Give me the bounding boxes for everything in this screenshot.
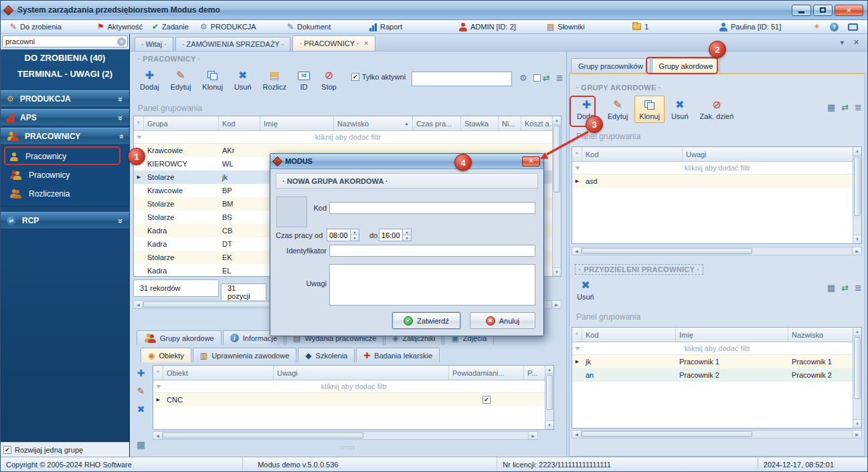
table-row[interactable]: ▶ asd [572, 174, 853, 188]
tab-zamowienia-sprzedazy[interactable]: · ZAMÓWIENIA SPRZEDAŻY · [175, 37, 291, 51]
menu-item-dokument[interactable]: ✎Dokument [287, 23, 369, 31]
table-row[interactable]: ▶ jk Pracownik 1 Pracownik 1 [572, 355, 853, 368]
scroll-up-icon[interactable]: ▲ [853, 147, 861, 156]
scroll-thumb[interactable] [854, 337, 861, 399]
clear-search-icon[interactable]: ✕ [117, 37, 126, 46]
table-row[interactable]: an Pracownik 2 Pracownik 2 [572, 368, 853, 382]
menu-item-aktywnosc[interactable]: ⚑Aktywność [97, 23, 152, 31]
column-header-kod[interactable]: Kod [219, 116, 260, 130]
notes-textarea[interactable] [329, 264, 535, 306]
scroll-thumb[interactable] [582, 248, 752, 254]
sidebar-item-pracownicy-2[interactable]: Pracownicy [1, 166, 129, 184]
tab-grupy-akordowe[interactable]: Grupy akordowe [137, 330, 222, 345]
settle-button[interactable]: ▤Rozlicz [258, 66, 291, 94]
scroll-right-icon[interactable]: ▶ [852, 247, 861, 255]
clone-group-button[interactable]: Klonuj [634, 96, 665, 123]
sidebar-group-pracownicy[interactable]: PRACOWNICY» [1, 128, 129, 145]
tab-badania-lekarskie[interactable]: ✚Badania lekarskie [356, 348, 440, 362]
vertical-scrollbar[interactable]: ▲ ▼ [853, 328, 861, 428]
menu-item-produkcja[interactable]: ⚙PRODUKCJA [200, 23, 287, 31]
horizontal-scrollbar[interactable]: ◀ ▶ [153, 431, 538, 440]
column-header-uwagi[interactable]: Uwagi [683, 147, 853, 161]
delete-object-icon[interactable]: ✖ [137, 404, 145, 415]
vertical-scrollbar[interactable]: ▲ ▼ [545, 366, 553, 429]
grid-icon[interactable]: ▦ [827, 283, 835, 293]
remove-assigned-button[interactable]: ✖Usuń [572, 276, 599, 304]
scroll-left-icon[interactable]: ◀ [153, 432, 163, 439]
scroll-right-icon[interactable]: ▶ [551, 301, 561, 308]
filter-row[interactable]: kliknij aby dodać filtr [153, 380, 545, 393]
layout-icon[interactable] [533, 74, 541, 82]
employees-search-input[interactable] [412, 72, 512, 86]
column-header-p[interactable]: P... [524, 366, 545, 380]
sidebar-group-rcp[interactable]: ⇄ RCP» [1, 212, 129, 229]
notification-checkbox[interactable]: ✔ [483, 396, 491, 404]
scroll-left-icon[interactable]: ◀ [134, 301, 143, 308]
refresh-icon[interactable]: ⇄ [841, 283, 849, 293]
scroll-left-icon[interactable]: ◀ [572, 431, 582, 438]
list-options-icon[interactable]: ≣ [855, 283, 862, 293]
delete-group-button[interactable]: ✖Usuń [667, 96, 693, 123]
add-button[interactable]: ✚Dodaj [135, 66, 164, 94]
confirm-button[interactable]: ✔Zatwierdź [392, 312, 460, 329]
tab-pracownicy[interactable]: · PRACOWNICY ·✕ [292, 35, 375, 51]
close-button[interactable]: ✕ [835, 5, 863, 16]
scroll-thumb[interactable] [163, 433, 363, 439]
scroll-down-icon[interactable]: ▼ [545, 421, 553, 429]
todo-counter[interactable]: DO ZROBIENIA (40) [1, 53, 129, 63]
tab-witaj[interactable]: · Witaj · [135, 37, 173, 51]
edit-button[interactable]: ✎Edytuj [166, 66, 196, 94]
menu-item-slowniki[interactable]: ▤Słowniki [547, 23, 632, 31]
vertical-scrollbar[interactable]: ▲ ▼ [853, 147, 861, 243]
scroll-right-icon[interactable]: ▶ [852, 431, 861, 438]
column-header-obiekt[interactable]: Obiekt [163, 366, 274, 380]
minimize-button[interactable] [792, 5, 811, 16]
column-header-nazwisko[interactable]: Nazwisko [788, 328, 853, 342]
kod-input[interactable] [329, 202, 535, 214]
column-header-ni[interactable]: Ni... [499, 116, 521, 130]
column-header-imie[interactable]: Imię [676, 328, 788, 342]
spin-down-icon[interactable]: ▼ [351, 235, 359, 241]
stop-button[interactable]: ⊘Stop [317, 66, 341, 94]
menu-item-admin[interactable]: ADMIN [ID: 2] [458, 23, 547, 31]
maximize-button[interactable] [813, 5, 833, 16]
delete-button[interactable]: ✖Usuń [230, 66, 256, 94]
menu-item-current-user[interactable]: Paulina [ID: 51] [719, 23, 781, 31]
help-icon[interactable]: ? [830, 23, 839, 31]
identifier-input[interactable] [329, 245, 535, 257]
tab-grupy-pracownikow[interactable]: Grupy pracowników [571, 58, 650, 73]
edit-object-icon[interactable]: ✎ [137, 386, 145, 396]
refresh-icon[interactable]: ⇄ [841, 102, 849, 112]
spin-down-icon[interactable]: ▼ [403, 235, 411, 241]
tab-list-icon[interactable]: ▼ [839, 39, 845, 46]
list-options-icon[interactable]: ≣ [556, 73, 563, 83]
menu-item-raport[interactable]: Raport [369, 23, 458, 31]
column-header-powiadamianie[interactable]: Powiadamiani... [449, 366, 524, 380]
time-to-input[interactable] [379, 229, 403, 241]
column-header-uwagi[interactable]: Uwagi [274, 366, 449, 380]
id-button[interactable]: idID [293, 66, 315, 94]
terminal-counter[interactable]: TERMINAL - UWAGI (2) [1, 69, 129, 79]
menu-item-messages[interactable]: 1 [632, 23, 719, 31]
expand-one-group-checkbox[interactable]: ✔ [3, 446, 11, 454]
gear-icon[interactable]: ⚙ [519, 73, 527, 83]
filter-row[interactable]: kliknij aby dodać filtr [572, 342, 853, 355]
monitor-icon[interactable] [848, 23, 858, 31]
filter-row[interactable]: kliknij aby dodać filtr [134, 131, 552, 144]
column-header-kod[interactable]: Kod [582, 328, 676, 342]
tools-icon[interactable]: ✦ [813, 23, 820, 31]
cancel-button[interactable]: ✖Anuluj [470, 312, 535, 329]
menu-item-do-zrobienia[interactable]: ✎Do zrobienia [10, 23, 97, 31]
table-row[interactable]: ▶ CNC ✔ [153, 393, 545, 406]
scroll-up-icon[interactable]: ▲ [853, 328, 861, 336]
horizontal-scrollbar[interactable]: ◀ ▶ [572, 430, 862, 439]
spin-up-icon[interactable]: ▲ [403, 229, 411, 235]
horizontal-scrollbar[interactable]: ◀ ▶ [572, 247, 862, 255]
scroll-right-icon[interactable]: ▶ [528, 432, 537, 439]
list-options-icon[interactable]: ≣ [855, 102, 862, 112]
scroll-thumb[interactable] [854, 156, 861, 216]
close-day-button[interactable]: ⊘Zak. dzień [695, 96, 739, 123]
clone-button[interactable]: Klonuj [197, 66, 228, 94]
column-header-nazwisko[interactable]: Nazwisko▲ [334, 116, 413, 130]
add-object-icon[interactable]: ✚ [137, 368, 145, 378]
